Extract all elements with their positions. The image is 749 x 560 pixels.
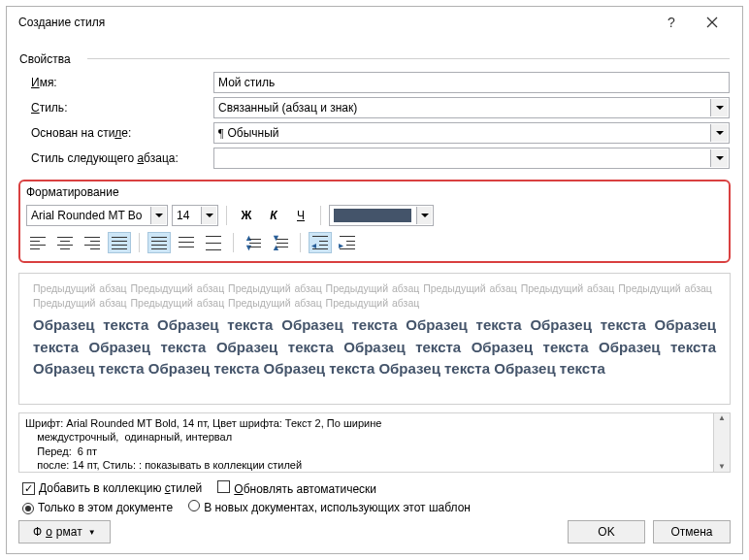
spacing-15-icon: [179, 237, 194, 249]
underline-button[interactable]: Ч: [289, 205, 312, 226]
color-swatch: [334, 209, 411, 222]
spacing-1-icon: [151, 237, 167, 248]
preview-pane: Предыдущий абзац Предыдущий абзац Предыд…: [18, 273, 731, 405]
align-left-icon: [30, 237, 46, 248]
style-type-label: Стиль:: [19, 101, 213, 115]
name-input[interactable]: Мой стиль: [213, 72, 730, 93]
close-icon: [706, 16, 718, 28]
previous-paragraph-text: Предыдущий абзац Предыдущий абзац Предыд…: [33, 281, 716, 311]
align-right-button[interactable]: [81, 232, 104, 253]
spacing-2-icon: [206, 236, 221, 249]
formatting-group: Форматирование Arial Rounded MT Bo 14 Ж …: [18, 180, 731, 263]
new-docs-template-radio[interactable]: В новых документах, использующих этот ша…: [188, 500, 471, 514]
based-on-label: Основан на стиле:: [19, 126, 213, 140]
indent-increase-button[interactable]: ▸: [336, 232, 359, 253]
description-scrollbar[interactable]: ▲▼: [713, 413, 730, 472]
align-justify-icon: [112, 237, 127, 248]
align-left-button[interactable]: [26, 232, 49, 253]
titlebar: Создание стиля ?: [7, 7, 742, 38]
sample-text: Образец текста Образец текста Образец те…: [33, 314, 716, 380]
next-style-select[interactable]: [213, 148, 730, 169]
italic-button[interactable]: К: [262, 205, 285, 226]
font-family-select[interactable]: Arial Rounded MT Bo: [26, 205, 168, 226]
spacing-15-button[interactable]: [175, 232, 198, 253]
only-this-doc-radio[interactable]: Только в этом документе: [22, 501, 173, 514]
font-color-select[interactable]: [329, 205, 434, 226]
spacing-double-button[interactable]: [202, 232, 225, 253]
dialog-footer: Формат▼ OK Отмена: [18, 520, 731, 544]
spacing-single-button[interactable]: [147, 232, 171, 253]
next-style-label: Стиль следующего абзаца:: [19, 151, 213, 165]
based-on-select[interactable]: Обычный: [213, 122, 730, 144]
options-area: ✓Добавить в коллекцию стилей Обновлять а…: [18, 480, 731, 514]
style-description: Шрифт: Arial Rounded MT Bold, 14 пт, Цве…: [18, 412, 731, 473]
name-label: Имя:: [19, 76, 213, 89]
close-button[interactable]: [692, 9, 733, 36]
format-button[interactable]: Формат▼: [18, 520, 111, 544]
font-size-select[interactable]: 14: [172, 205, 218, 226]
space-before-dec-button[interactable]: ▼▲: [269, 232, 292, 253]
align-center-icon: [57, 237, 73, 248]
bold-button[interactable]: Ж: [235, 205, 258, 226]
align-right-icon: [84, 237, 100, 248]
indent-inc-icon: ▸: [340, 236, 355, 249]
align-justify-button[interactable]: [108, 232, 131, 253]
align-center-button[interactable]: [53, 232, 77, 253]
auto-update-checkbox[interactable]: Обновлять автоматически: [217, 480, 376, 496]
add-to-gallery-checkbox[interactable]: ✓Добавить в коллекцию стилей: [22, 481, 202, 495]
properties-legend: Свойства: [19, 52, 730, 68]
indent-decrease-button[interactable]: ◂: [309, 232, 332, 253]
help-button[interactable]: ?: [651, 9, 692, 36]
formatting-legend: Форматирование: [26, 185, 723, 199]
style-type-select[interactable]: Связанный (абзац и знак): [213, 97, 730, 118]
create-style-dialog: Создание стиля ? Свойства Имя: Мой стиль…: [6, 6, 743, 554]
cancel-button[interactable]: Отмена: [653, 520, 731, 544]
properties-group: Свойства Имя: Мой стиль Стиль: Связанный…: [18, 48, 731, 174]
space-before-inc-icon: ▲▼: [245, 236, 261, 249]
ok-button[interactable]: OK: [568, 520, 645, 544]
space-before-dec-icon: ▼▲: [273, 236, 288, 249]
space-before-inc-button[interactable]: ▲▼: [242, 232, 265, 253]
indent-dec-icon: ◂: [312, 236, 328, 249]
dialog-title: Создание стиля: [18, 16, 651, 29]
